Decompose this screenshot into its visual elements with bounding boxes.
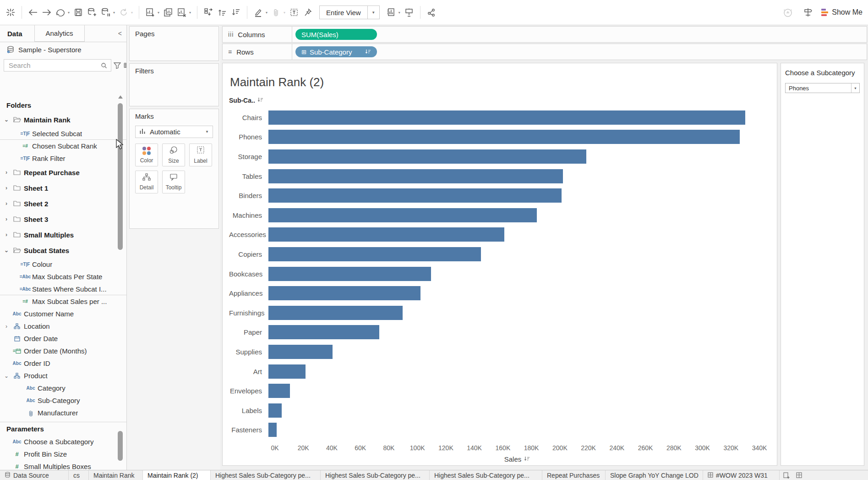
bar[interactable] [268,423,277,437]
field-item[interactable]: AbcOrder ID [0,357,126,370]
field-item[interactable]: =#Max Subcat Sales per ... [0,295,126,308]
folder-item[interactable]: ›Sheet 3 [0,211,126,227]
bar-category-label[interactable]: Copiers [229,250,268,258]
chevron-icon[interactable]: › [3,185,10,191]
duplicate-sheet-icon[interactable] [161,5,175,20]
new-worksheet-caret-icon[interactable]: ▾ [157,11,161,15]
bar[interactable] [268,227,504,242]
parameter-item[interactable]: #Small Multiples Boxes [0,460,126,470]
bar[interactable] [268,384,290,398]
bar[interactable] [268,149,586,164]
expand-field-icon[interactable]: ⊞ [301,49,306,55]
fix-axes-pin-icon[interactable] [301,5,315,20]
bar-category-label[interactable]: Art [229,368,268,375]
field-item[interactable]: =T|FColour [0,258,126,270]
bar[interactable] [268,169,563,183]
bar-category-label[interactable]: Bookcases [229,270,268,278]
swap-rows-columns-icon[interactable] [202,5,215,20]
highlight-pen-icon[interactable] [251,5,265,20]
show-mark-labels-icon[interactable] [384,5,398,20]
row-field-header[interactable]: Sub-Ca.. [229,97,777,104]
folder-item[interactable]: ›Sheet 2 [0,196,126,211]
sort-ascending-icon[interactable] [215,5,229,20]
pause-caret-icon[interactable]: ▾ [113,11,117,15]
folder-item[interactable]: ⌄Maintain Rank [0,112,126,127]
new-worksheet-tab-icon[interactable] [781,470,792,480]
datasource-row[interactable]: Sample - Superstore [0,42,126,57]
field-item[interactable]: AbcCategory [0,382,126,394]
fields-scrollbar-thumb[interactable] [118,103,123,250]
bar-category-label[interactable]: Storage [229,153,268,160]
tab-analytics[interactable]: Analytics [34,25,85,42]
show-me-button[interactable]: Show Me [821,8,863,17]
bar-category-label[interactable]: Furnishings [229,309,268,317]
bar[interactable] [268,247,481,261]
bar[interactable] [268,403,282,418]
bar[interactable] [268,364,306,379]
filter-fields-icon[interactable] [114,62,121,69]
bar-category-label[interactable]: Accessories [229,231,268,238]
axis-sort-icon[interactable] [524,455,530,463]
new-worksheet-icon[interactable] [143,5,157,20]
collapse-pane-icon[interactable]: < [114,25,126,42]
folder-item[interactable]: ›Sheet 1 [0,180,126,196]
folder-item[interactable]: ›Small Multiples [0,227,126,243]
refresh-caret-icon[interactable]: ▾ [131,11,135,15]
chevron-icon[interactable]: ⌄ [3,116,10,123]
field-item[interactable]: =T|FRank Filter [0,152,126,165]
bar-category-label[interactable]: Envelopes [229,387,268,395]
sheet-title[interactable]: Maintain Rank (2) [230,75,777,89]
sheet-tab[interactable]: Maintain Rank [89,470,143,480]
bar[interactable] [268,110,745,125]
field-item[interactable]: AbcCustomer Name [0,308,126,320]
field-item[interactable]: ›Location [0,320,126,332]
pages-shelf[interactable]: Pages [129,26,219,61]
bar[interactable] [268,286,420,300]
field-item[interactable]: =T|FSelected Subcat [0,127,126,140]
fit-selector-caret-icon[interactable]: ▼ [367,6,379,19]
parameter-caret-icon[interactable]: ▼ [851,83,859,93]
parameter-dropdown[interactable]: Phones ▼ [785,83,860,93]
chevron-icon[interactable]: › [3,323,10,330]
chevron-icon[interactable]: › [3,216,10,222]
rows-shelf[interactable]: ≡ Rows ⊞ Sub-Category [222,44,867,60]
tooltip-button[interactable]: Tooltip [162,171,185,193]
field-item[interactable]: =Order Date (Months) [0,345,126,357]
header-sort-icon[interactable] [257,97,263,104]
run-flow-timer-icon[interactable] [781,5,795,20]
bar-category-label[interactable]: Labels [229,407,268,414]
show-mark-labels-caret-icon[interactable]: ▾ [398,11,402,15]
folder-item[interactable]: ›Repeat Purchase [0,165,126,180]
field-item[interactable]: Order Date [0,332,126,345]
chevron-icon[interactable]: › [3,232,10,238]
bar-category-label[interactable]: Appliances [229,289,268,297]
bar[interactable] [268,130,740,144]
group-caret-icon[interactable]: ▾ [283,11,287,15]
field-item[interactable]: =AbcMax Subcats Per State [0,270,126,283]
columns-shelf[interactable]: iii Columns SUM(Sales) [222,26,867,43]
forward-arrow-icon[interactable] [40,5,54,20]
bar[interactable] [268,208,537,222]
sheet-tab[interactable]: Maintain Rank (2) [143,470,211,480]
field-item[interactable]: =#Chosen Subcat Rank [0,140,126,152]
refresh-data-source-icon[interactable] [117,5,131,20]
bar-category-label[interactable]: Chairs [229,114,268,121]
bar-category-label[interactable]: Supplies [229,348,268,356]
bar-category-label[interactable]: Phones [229,133,268,141]
chevron-icon[interactable]: ⌄ [3,247,10,254]
sheet-tab[interactable]: Data Source [0,470,69,480]
axis-title[interactable]: Sales [275,455,759,463]
sheet-tab[interactable]: Highest Sales Sub-Category pe... [321,470,430,480]
size-button[interactable]: Size [162,143,185,166]
redo-icon[interactable] [54,5,67,20]
search-box[interactable] [4,59,111,72]
sheet-tab[interactable]: Highest Sales Sub-Category pe... [430,470,542,480]
bar[interactable] [268,267,431,281]
bar-category-label[interactable]: Paper [229,328,268,336]
pause-auto-updates-icon[interactable] [99,5,113,20]
parameter-item[interactable]: AbcChoose a Subcategory [0,436,126,448]
bar[interactable] [268,325,379,339]
pill-sort-icon[interactable] [365,49,371,55]
chevron-icon[interactable]: › [3,169,10,176]
folder-item[interactable]: ⌄Subcat States [0,243,126,258]
